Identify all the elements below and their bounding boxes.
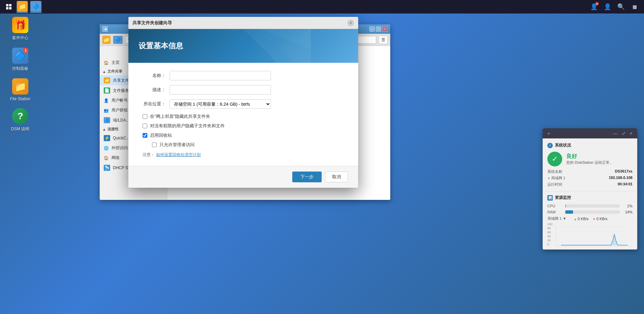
taskbar-file-station[interactable]: 📁 xyxy=(16,1,28,13)
taskbar-left: 📁 🔷 xyxy=(0,1,42,13)
hostname-key: 系统名称 xyxy=(547,169,590,174)
taskbar-control-panel[interactable]: 🔷 xyxy=(30,1,42,13)
y-label-0: 0 xyxy=(547,243,552,246)
cpu-bar-bg xyxy=(565,204,620,208)
y-label-40: 40 xyxy=(547,235,552,238)
taskbar: 📁 🔷 👤 1 👤 🔍 ▦ xyxy=(0,0,644,14)
wizard-dialog: 共享文件夹创建向导 × 设置基本信息 名称： 描述： 所在位置： 存储空间 1 … xyxy=(128,17,358,188)
resource-monitor-icon: 📊 xyxy=(547,195,553,201)
desc-label: 描述： xyxy=(139,87,166,93)
network-label: 网络 xyxy=(112,155,120,161)
hide-network-label: 在"网上邻居"隐藏此共享文件夹 xyxy=(150,113,210,120)
search-button[interactable]: 🔍 xyxy=(616,1,626,12)
cp-view-toggle[interactable]: ☰ xyxy=(379,36,388,44)
widget-expand-btn[interactable]: ⤢ xyxy=(620,131,627,136)
wizard-body: 名称： 描述： 所在位置： 存储空间 1 (可用容量：6.24 GB) - bt… xyxy=(128,63,358,166)
main-menu-button[interactable] xyxy=(3,1,15,13)
network-monitor-row: 局域网 1 ▼ 0 KB/s 0 KB/s xyxy=(547,216,633,221)
quickconnect-icon: ⚡ xyxy=(104,135,110,141)
status-subtitle: 您的 DiskStation 运转正常。 xyxy=(566,160,613,165)
external-icon: 🌐 xyxy=(104,146,109,151)
network-stat: 0 KB/s 0 KB/s xyxy=(574,217,608,221)
home-icon: 🏠 xyxy=(104,60,109,65)
section-arrow-icon: ▲ xyxy=(102,70,106,74)
widget-close-btn[interactable]: × xyxy=(628,131,634,136)
location-select[interactable]: 存储空间 1 (可用容量：6.24 GB) - btrfs xyxy=(170,99,271,109)
enable-recycle-label: 启用回收站 xyxy=(150,132,172,138)
widget-controls: — ⤢ × xyxy=(612,131,634,136)
enable-recycle-checkbox[interactable] xyxy=(143,133,147,138)
chart-y-labels: 100 80 60 40 20 0 xyxy=(547,223,553,246)
desktop-icon-package-center[interactable]: 🎁 套件中心 xyxy=(7,17,34,41)
hide-network-checkbox[interactable] xyxy=(143,114,147,119)
package-center-label: 套件中心 xyxy=(12,35,28,41)
dsm-help-icon: ? xyxy=(12,108,28,124)
dsm-help-label: DSM 说明 xyxy=(11,126,29,132)
cp-maximize-btn[interactable]: □ xyxy=(376,26,381,32)
file-services-label: 文件服务 xyxy=(113,88,129,94)
hostname-val: DS3617xs xyxy=(590,169,633,174)
wizard-close-button[interactable]: × xyxy=(347,20,354,26)
admin-only-checkbox[interactable] xyxy=(152,142,157,147)
cp-win-controls: — □ × xyxy=(369,26,388,32)
name-input[interactable] xyxy=(170,71,271,80)
next-button[interactable]: 下一步 xyxy=(292,172,322,182)
network-key: 局域网 1 xyxy=(547,176,590,181)
file-station-label: File Station xyxy=(10,97,30,101)
widget-add-btn[interactable]: + xyxy=(546,131,551,136)
notification-button[interactable]: 👤 1 xyxy=(589,1,599,12)
location-field-row: 所在位置： 存储空间 1 (可用容量：6.24 GB) - btrfs xyxy=(139,99,348,109)
status-row: ✓ 良好 您的 DiskStation 运转正常。 xyxy=(547,152,633,166)
cpu-value: 1% xyxy=(622,204,633,208)
wizard-header: 设置基本信息 xyxy=(128,29,358,63)
cp-toolbar-icon: 📁 xyxy=(102,36,110,44)
status-title: 良好 xyxy=(566,153,613,160)
y-label-100: 100 xyxy=(547,223,552,226)
uptime-val: 00:34:01 xyxy=(590,182,633,187)
wizard-title-text: 共享文件夹创建向导 xyxy=(132,20,172,26)
widget-titlebar: + — ⤢ × xyxy=(543,128,637,138)
network-icon: 🏠 xyxy=(104,156,109,160)
name-label: 名称： xyxy=(139,73,166,79)
note-link[interactable]: 如何设置回收站清空计划 xyxy=(156,152,201,157)
desc-field-row: 描述： xyxy=(139,85,348,95)
cp-nav-back[interactable]: ◀ xyxy=(102,26,108,32)
quickconnect-label: QuickC... xyxy=(113,136,129,140)
system-status-label: 系统状况 xyxy=(555,142,571,148)
cp-close-btn[interactable]: × xyxy=(382,26,388,32)
user-menu-button[interactable]: 👤 xyxy=(602,1,613,12)
system-status-widget: + — ⤢ × i 系统状况 ✓ 良好 您的 DiskStation 运转正常。… xyxy=(543,128,637,250)
desktop-icon-control-panel[interactable]: 🔷 1 控制面板 xyxy=(7,48,34,72)
package-center-icon: 🎁 xyxy=(12,17,28,33)
info-icon: i xyxy=(547,143,553,148)
desktop-icon-dsm-help[interactable]: ? DSM 说明 xyxy=(7,108,34,132)
no-permission-row: 对没有权限的用户隐藏子文件夹和文件 xyxy=(139,123,348,129)
domain-label: 域/LDA... xyxy=(113,117,129,123)
file-station-icon-large: 📁 xyxy=(12,78,28,95)
grid-menu-icon xyxy=(6,4,11,9)
resource-monitor-label: 资源监控 xyxy=(555,195,571,201)
desc-input[interactable] xyxy=(170,85,271,95)
domain-icon: 🔷 xyxy=(104,117,110,123)
checkmark-icon: ✓ xyxy=(552,155,558,163)
cp-minimize-btn[interactable]: — xyxy=(369,26,375,32)
widget-minimize-btn[interactable]: — xyxy=(612,131,619,136)
notification-badge: 1 xyxy=(595,2,599,5)
no-permission-checkbox[interactable] xyxy=(143,124,147,128)
search-icon: 🔍 xyxy=(617,3,625,10)
options-icon: ▦ xyxy=(633,4,637,9)
desktop-icon-file-station[interactable]: 📁 File Station xyxy=(7,78,34,101)
file-sharing-section-label: 文件共享 xyxy=(107,69,122,74)
network-down: 0 KB/s xyxy=(593,217,608,221)
desktop-icons: 🎁 套件中心 🔷 1 控制面板 📁 File Station ? DSM 说明 xyxy=(7,17,34,132)
control-panel-label: 控制面板 xyxy=(12,66,28,72)
options-button[interactable]: ▦ xyxy=(629,1,640,12)
cancel-button[interactable]: 取消 xyxy=(325,172,348,182)
uptime-key: 运行时间 xyxy=(547,182,590,187)
network-val: 192.168.0.108 xyxy=(590,176,633,181)
name-field-row: 名称： xyxy=(139,71,348,80)
taskbar-right: 👤 1 👤 🔍 ▦ xyxy=(589,1,644,12)
cpu-bar-fill xyxy=(565,204,566,208)
connectivity-arrow-icon: ▲ xyxy=(102,127,106,131)
control-panel-icon: 🔷 1 xyxy=(12,48,28,64)
